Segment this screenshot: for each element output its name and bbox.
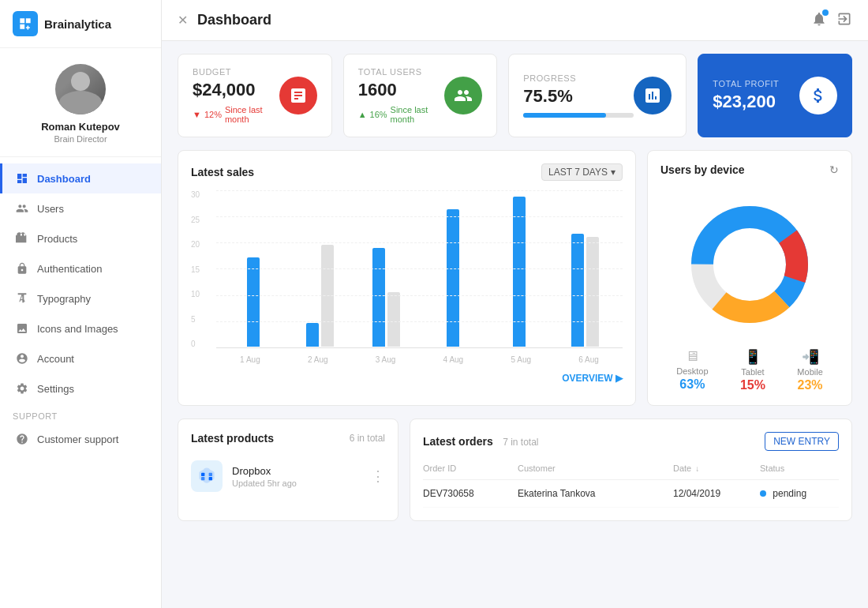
overview-link[interactable]: OVERVIEW ▶ xyxy=(191,364,623,385)
notification-button[interactable] xyxy=(811,11,827,30)
bar-gray xyxy=(387,292,400,347)
sidebar-item-icons-images[interactable]: Icons and Images xyxy=(0,313,161,343)
products-header: Latest products 6 in total xyxy=(191,432,385,445)
budget-change: ▼ 12% Since last month xyxy=(193,105,279,124)
order-customer: Ekaterina Tankova xyxy=(518,488,673,499)
mid-row: Latest sales LAST 7 DAYS ▾ 30 25 20 15 1… xyxy=(178,150,852,406)
product-info: Dropbox Updated 5hr ago xyxy=(232,465,297,488)
legend-desktop: 🖥 Desktop 63% xyxy=(676,348,708,392)
sidebar-item-dashboard[interactable]: Dashboard xyxy=(0,163,161,193)
notification-dot xyxy=(822,9,829,16)
sidebar-item-label: Authentication xyxy=(37,263,102,275)
progress-bar-fill xyxy=(523,113,606,118)
table-row: DEV730658 Ekaterina Tankova 12/04/2019 p… xyxy=(423,480,839,508)
arrow-up-icon: ▲ xyxy=(358,110,367,119)
bar-blue xyxy=(571,234,584,347)
products-icon xyxy=(15,231,29,246)
profile-name: Roman Kutepov xyxy=(41,121,120,133)
kpi-total-profit: TOTAL PROFIT $23,200 xyxy=(698,54,852,137)
progress-bar-wrap xyxy=(523,113,634,118)
arrow-down-icon: ▼ xyxy=(193,110,201,119)
avatar xyxy=(55,64,106,114)
bar-blue xyxy=(372,248,385,347)
sidebar-item-account[interactable]: Account xyxy=(0,343,161,373)
bottom-row: Latest products 6 in total xyxy=(178,418,852,521)
budget-icon xyxy=(279,77,317,114)
product-icon xyxy=(191,460,223,492)
sidebar-item-label: Settings xyxy=(37,383,74,395)
products-count: 6 in total xyxy=(350,433,385,444)
svg-rect-4 xyxy=(201,473,204,476)
chevron-down-icon: ▾ xyxy=(611,167,615,178)
legend-tablet: 📱 Tablet 15% xyxy=(740,348,765,392)
desktop-icon: 🖥 xyxy=(685,348,699,365)
main-content: ✕ Dashboard BUDGET $24,000 ▼ xyxy=(162,0,868,608)
budget-value: $24,000 xyxy=(193,80,279,100)
filter-button[interactable]: LAST 7 DAYS ▾ xyxy=(541,163,623,181)
order-status: pending xyxy=(760,488,839,499)
legend-mobile: 📲 Mobile 23% xyxy=(797,348,822,392)
orders-count: 7 in total xyxy=(503,437,538,448)
profit-label: TOTAL PROFIT xyxy=(713,79,779,88)
sidebar: Brainalytica Roman Kutepov Brain Directo… xyxy=(0,0,162,608)
progress-icon xyxy=(634,77,672,114)
product-menu-button[interactable]: ⋮ xyxy=(371,467,385,485)
latest-orders-card: Latest orders 7 in total NEW ENTRY Order… xyxy=(410,418,852,521)
sidebar-item-label: Users xyxy=(37,203,64,215)
settings-icon xyxy=(15,381,29,396)
col-header-status: Status xyxy=(760,464,839,473)
x-axis-labels: 1 Aug 2 Aug 3 Aug 4 Aug 5 Aug 6 Aug xyxy=(216,355,623,364)
list-item: Dropbox Updated 5hr ago ⋮ xyxy=(191,454,385,498)
sidebar-item-authentication[interactable]: Authentication xyxy=(0,253,161,283)
users-by-device-card: Users by device ↻ xyxy=(647,150,852,406)
arrow-right-icon: ▶ xyxy=(615,373,623,384)
bar-group xyxy=(223,190,284,347)
mobile-icon: 📲 xyxy=(802,348,819,366)
sidebar-item-label: Products xyxy=(37,233,77,245)
col-header-date: Date ↓ xyxy=(673,464,760,473)
col-header-customer: Customer xyxy=(518,464,673,473)
page-title: Dashboard xyxy=(197,12,271,28)
auth-icon xyxy=(15,261,29,276)
dashboard-icon xyxy=(15,171,29,186)
sidebar-item-label: Customer support xyxy=(37,433,118,445)
sidebar-nav: Dashboard Users Products Authentication … xyxy=(0,157,161,608)
bar-gray xyxy=(586,237,599,347)
device-card-header: Users by device ↻ xyxy=(660,163,839,176)
tablet-icon: 📱 xyxy=(744,348,761,366)
refresh-button[interactable]: ↻ xyxy=(829,163,839,176)
latest-sales-card: Latest sales LAST 7 DAYS ▾ 30 25 20 15 1… xyxy=(178,150,636,406)
exit-button[interactable] xyxy=(836,11,852,30)
sidebar-item-customer-support[interactable]: Customer support xyxy=(0,424,161,454)
sidebar-item-settings[interactable]: Settings xyxy=(0,373,161,403)
product-name: Dropbox xyxy=(232,465,297,477)
svg-rect-5 xyxy=(209,473,212,476)
close-icon[interactable]: ✕ xyxy=(178,13,188,28)
bar-group xyxy=(289,190,350,347)
tablet-pct: 15% xyxy=(740,378,765,392)
support-icon xyxy=(15,432,29,446)
tablet-label: Tablet xyxy=(741,367,764,377)
kpi-total-users: TOTAL USERS 1600 ▲ 16% Since last month xyxy=(343,54,498,137)
mobile-label: Mobile xyxy=(797,367,822,377)
bar-blue xyxy=(513,197,526,347)
users-change: ▲ 16% Since last month xyxy=(358,105,445,124)
y-axis-labels: 30 25 20 15 10 5 0 xyxy=(191,190,200,348)
device-legend: 🖥 Desktop 63% 📱 Tablet 15% 📲 Mobile 23% xyxy=(660,348,839,392)
status-dot xyxy=(760,490,766,497)
bar-blue xyxy=(247,257,260,347)
progress-label: PROGRESS xyxy=(523,73,634,83)
account-icon xyxy=(15,351,29,366)
sidebar-item-typography[interactable]: Typography xyxy=(0,283,161,313)
sidebar-item-products[interactable]: Products xyxy=(0,223,161,253)
overview-button[interactable]: OVERVIEW ▶ xyxy=(562,373,623,384)
new-entry-button[interactable]: NEW ENTRY xyxy=(765,432,839,451)
sidebar-item-users[interactable]: Users xyxy=(0,193,161,223)
bar-gray xyxy=(321,245,334,347)
support-section-label: Support xyxy=(0,403,161,424)
profile-role: Brain Director xyxy=(54,134,107,144)
bar-group xyxy=(422,190,484,347)
order-id: DEV730658 xyxy=(423,488,518,499)
order-date: 12/04/2019 xyxy=(673,488,760,499)
topbar: ✕ Dashboard xyxy=(162,0,868,41)
